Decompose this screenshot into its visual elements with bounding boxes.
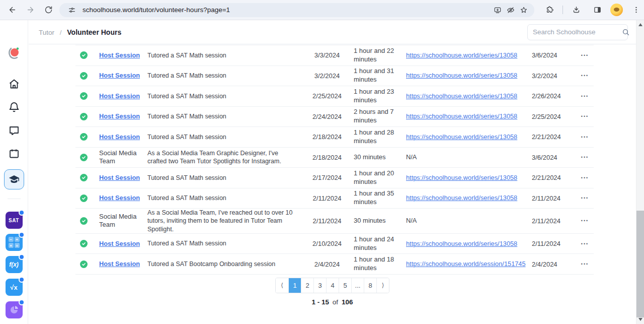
session-link[interactable]: https://schoolhouse.world/series/13058: [406, 92, 532, 100]
sidebar-app-calculator[interactable]: −+ ×=: [6, 234, 23, 251]
row-actions-menu[interactable]: •••: [576, 114, 594, 119]
scroll-down-arrow-icon[interactable]: [638, 318, 642, 321]
notification-dot: [19, 277, 25, 283]
schoolhouse-logo[interactable]: [8, 46, 21, 60]
session-type[interactable]: Host Session: [99, 51, 147, 59]
page-scrollbar[interactable]: [636, 20, 644, 324]
approved-check-icon: [80, 174, 88, 181]
session-link[interactable]: https://schoolhouse.world/series/13058: [406, 51, 532, 59]
row-actions-menu[interactable]: •••: [576, 73, 594, 78]
page-prev-button[interactable]: ⟨: [276, 278, 288, 293]
extensions-icon[interactable]: [541, 2, 557, 18]
install-app-icon[interactable]: [491, 4, 504, 17]
session-date: 2/10/2024: [304, 240, 350, 247]
search-box[interactable]: [527, 24, 628, 40]
session-link[interactable]: https://schoolhouse.world/series/13058: [406, 174, 532, 182]
sidebar-app-sat[interactable]: SAT: [6, 212, 23, 229]
search-icon[interactable]: [622, 28, 630, 36]
approved-check-icon: [80, 154, 88, 161]
status-cell: [75, 261, 99, 268]
calendar-icon[interactable]: [8, 148, 20, 160]
notification-dot: [19, 232, 25, 238]
page-button[interactable]: 2: [301, 278, 313, 293]
downloads-icon[interactable]: [568, 2, 584, 18]
page-header: Tutor / Volunteer Hours: [29, 20, 636, 44]
session-type[interactable]: Host Session: [99, 174, 147, 182]
breadcrumb-tutor[interactable]: Tutor: [39, 29, 54, 36]
page-button[interactable]: 5: [339, 278, 351, 293]
session-type[interactable]: Host Session: [99, 133, 147, 141]
page-button[interactable]: 4: [326, 278, 339, 293]
scroll-up-arrow-icon[interactable]: [638, 23, 642, 26]
table-row: Host Session Tutored a SAT Math session …: [75, 127, 594, 148]
session-type[interactable]: Host Session: [99, 112, 147, 120]
address-bar[interactable]: schoolhouse.world/tutor/volunteer-hours?…: [59, 3, 534, 17]
row-actions-menu[interactable]: •••: [576, 53, 594, 58]
row-actions-menu[interactable]: •••: [576, 155, 594, 160]
sidebar-divider: [8, 199, 21, 199]
status-cell: [75, 154, 99, 161]
scrollbar-thumb[interactable]: [636, 211, 644, 317]
url-text[interactable]: schoolhouse.world/tutor/volunteer-hours?…: [78, 6, 491, 14]
row-actions-menu[interactable]: •••: [576, 218, 594, 223]
approved-check-icon: [80, 92, 88, 100]
page-button[interactable]: 3: [313, 278, 326, 293]
search-input[interactable]: [533, 28, 622, 36]
session-date: 2/4/2024: [304, 261, 350, 268]
page-button[interactable]: ...: [351, 278, 364, 293]
session-type[interactable]: Host Session: [99, 194, 147, 202]
approved-check-icon: [80, 217, 88, 225]
row-actions-menu[interactable]: •••: [576, 94, 594, 99]
approved-date: 2/4/2024: [532, 261, 576, 268]
messages-chat-icon[interactable]: [8, 124, 20, 137]
session-type[interactable]: Host Session: [99, 260, 147, 268]
notification-dot: [19, 254, 25, 260]
app-sidebar: SAT −+ ×= f(x) √x: [0, 20, 28, 324]
session-type[interactable]: Host Session: [99, 92, 147, 100]
sidebar-app-sqrt[interactable]: √x: [6, 279, 23, 296]
bookmark-star-icon[interactable]: [517, 4, 530, 17]
session-link[interactable]: https://schoolhouse.world/series/13058: [406, 133, 532, 141]
approved-check-icon: [80, 240, 88, 247]
session-link[interactable]: https://schoolhouse.world/series/13058: [406, 240, 532, 248]
back-icon[interactable]: [4, 2, 20, 18]
table-row: Host Session Tutored a SAT Math session …: [75, 66, 594, 87]
session-link[interactable]: https://schoolhouse.world/session/151745: [406, 260, 532, 268]
sidebar-app-statistics[interactable]: [6, 301, 23, 318]
table-row: Host Session Tutored a SAT Math session …: [75, 45, 594, 66]
sidebar-item-tutor-active[interactable]: [4, 169, 24, 189]
site-settings-icon[interactable]: [65, 4, 78, 17]
approved-date: 3/6/2024: [532, 154, 576, 161]
page-button[interactable]: 8: [364, 278, 376, 293]
row-actions-menu[interactable]: •••: [576, 196, 594, 201]
session-link[interactable]: https://schoolhouse.world/series/13058: [406, 194, 532, 202]
session-link[interactable]: https://schoolhouse.world/series/13058: [406, 112, 532, 120]
browser-profile-avatar[interactable]: [610, 4, 623, 16]
row-actions-menu[interactable]: •••: [576, 135, 594, 140]
home-icon[interactable]: [8, 78, 20, 90]
session-date: 2/17/2024: [304, 174, 350, 181]
session-type[interactable]: Host Session: [99, 240, 147, 248]
session-description: Tutored a SAT Math session: [147, 133, 304, 141]
calculator-icon: −+ ×=: [9, 237, 20, 248]
row-actions-menu[interactable]: •••: [576, 175, 594, 180]
page-next-button[interactable]: ⟩: [376, 278, 389, 293]
table-row: Host Session Tutored a SAT Math session …: [75, 168, 594, 188]
notifications-bell-icon[interactable]: [8, 101, 20, 113]
session-description: Tutored a SAT Bootcamp Onboarding sessio…: [147, 260, 304, 268]
eye-off-icon[interactable]: [504, 4, 517, 17]
range-shown: 1 - 15: [312, 298, 330, 306]
row-actions-menu[interactable]: •••: [576, 262, 594, 267]
forward-icon[interactable]: [22, 2, 38, 18]
sidebar-app-functions[interactable]: f(x): [6, 256, 23, 273]
session-link[interactable]: https://schoolhouse.world/series/13058: [406, 72, 532, 80]
status-cell: [75, 217, 99, 225]
page-button[interactable]: 1: [288, 278, 301, 293]
status-cell: [75, 92, 99, 100]
reload-icon[interactable]: [40, 2, 56, 18]
browser-menu-icon[interactable]: [628, 2, 644, 18]
session-link: N/A: [406, 217, 532, 225]
row-actions-menu[interactable]: •••: [576, 241, 594, 246]
side-panel-icon[interactable]: [589, 2, 605, 18]
session-type[interactable]: Host Session: [99, 72, 147, 80]
